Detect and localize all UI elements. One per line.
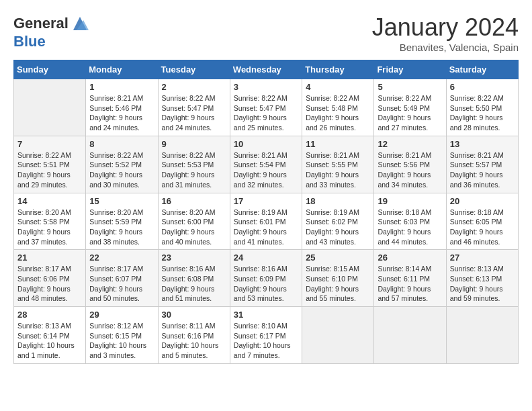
day-number: 28 <box>17 310 82 320</box>
cell-details: Sunrise: 8:16 AMSunset: 6:09 PMDaylight:… <box>234 264 298 304</box>
calendar-cell: 15Sunrise: 8:20 AMSunset: 5:59 PMDayligh… <box>86 193 158 250</box>
calendar-cell: 29Sunrise: 8:12 AMSunset: 6:15 PMDayligh… <box>86 307 158 364</box>
cell-details: Sunrise: 8:19 AMSunset: 6:02 PMDaylight:… <box>306 208 370 247</box>
day-number: 20 <box>450 196 515 206</box>
calendar-cell <box>374 307 446 364</box>
day-number: 23 <box>162 253 226 263</box>
day-number: 9 <box>162 139 226 149</box>
column-header-sunday: Sunday <box>14 60 86 79</box>
cell-details: Sunrise: 8:14 AMSunset: 6:11 PMDaylight:… <box>378 264 442 304</box>
cell-details: Sunrise: 8:10 AMSunset: 6:17 PMDaylight:… <box>234 321 298 361</box>
column-header-wednesday: Wednesday <box>230 60 302 79</box>
cell-details: Sunrise: 8:20 AMSunset: 5:58 PMDaylight:… <box>17 208 82 247</box>
day-number: 17 <box>234 196 298 206</box>
cell-details: Sunrise: 8:21 AMSunset: 5:46 PMDaylight:… <box>89 93 154 133</box>
cell-details: Sunrise: 8:16 AMSunset: 6:08 PMDaylight:… <box>162 264 226 304</box>
day-number: 8 <box>89 139 154 149</box>
cell-details: Sunrise: 8:18 AMSunset: 6:03 PMDaylight:… <box>378 208 442 247</box>
day-number: 26 <box>378 253 442 263</box>
calendar-cell: 26Sunrise: 8:14 AMSunset: 6:11 PMDayligh… <box>374 250 446 307</box>
calendar-cell: 25Sunrise: 8:15 AMSunset: 6:10 PMDayligh… <box>302 250 374 307</box>
page-header: General Blue January 2024 Benavites, Val… <box>13 13 519 53</box>
cell-details: Sunrise: 8:19 AMSunset: 6:01 PMDaylight:… <box>234 208 298 247</box>
calendar-week-row: 28Sunrise: 8:13 AMSunset: 6:14 PMDayligh… <box>14 307 519 364</box>
day-number: 27 <box>450 253 515 263</box>
day-number: 13 <box>450 139 515 149</box>
title-block: January 2024 Benavites, Valencia, Spain <box>372 13 519 53</box>
calendar-cell: 27Sunrise: 8:13 AMSunset: 6:13 PMDayligh… <box>446 250 518 307</box>
calendar-week-row: 7Sunrise: 8:22 AMSunset: 5:51 PMDaylight… <box>14 136 519 193</box>
day-number: 6 <box>450 82 515 92</box>
calendar-table: SundayMondayTuesdayWednesdayThursdayFrid… <box>13 60 519 364</box>
cell-details: Sunrise: 8:22 AMSunset: 5:47 PMDaylight:… <box>234 93 298 133</box>
column-header-friday: Friday <box>374 60 446 79</box>
day-number: 22 <box>89 253 154 263</box>
day-number: 10 <box>234 139 298 149</box>
cell-details: Sunrise: 8:21 AMSunset: 5:57 PMDaylight:… <box>450 150 515 190</box>
day-number: 5 <box>378 82 442 92</box>
cell-details: Sunrise: 8:21 AMSunset: 5:55 PMDaylight:… <box>306 150 370 190</box>
calendar-cell: 6Sunrise: 8:22 AMSunset: 5:50 PMDaylight… <box>446 79 518 136</box>
calendar-cell: 8Sunrise: 8:22 AMSunset: 5:52 PMDaylight… <box>86 136 158 193</box>
calendar-header-row: SundayMondayTuesdayWednesdayThursdayFrid… <box>14 60 519 79</box>
calendar-cell: 4Sunrise: 8:22 AMSunset: 5:48 PMDaylight… <box>302 79 374 136</box>
calendar-week-row: 21Sunrise: 8:17 AMSunset: 6:06 PMDayligh… <box>14 250 519 307</box>
column-header-tuesday: Tuesday <box>158 60 230 79</box>
cell-details: Sunrise: 8:20 AMSunset: 6:00 PMDaylight:… <box>162 208 226 247</box>
calendar-cell: 16Sunrise: 8:20 AMSunset: 6:00 PMDayligh… <box>158 193 230 250</box>
column-header-saturday: Saturday <box>446 60 518 79</box>
calendar-cell: 22Sunrise: 8:17 AMSunset: 6:07 PMDayligh… <box>86 250 158 307</box>
cell-details: Sunrise: 8:15 AMSunset: 6:10 PMDaylight:… <box>306 264 370 304</box>
cell-details: Sunrise: 8:13 AMSunset: 6:13 PMDaylight:… <box>450 264 515 304</box>
day-number: 18 <box>306 196 370 206</box>
logo-blue-text: Blue <box>13 33 46 50</box>
calendar-cell <box>14 79 86 136</box>
calendar-cell: 12Sunrise: 8:21 AMSunset: 5:56 PMDayligh… <box>374 136 446 193</box>
day-number: 19 <box>378 196 442 206</box>
cell-details: Sunrise: 8:22 AMSunset: 5:51 PMDaylight:… <box>17 150 82 190</box>
calendar-cell <box>302 307 374 364</box>
cell-details: Sunrise: 8:21 AMSunset: 5:56 PMDaylight:… <box>378 150 442 190</box>
cell-details: Sunrise: 8:22 AMSunset: 5:47 PMDaylight:… <box>162 93 226 133</box>
calendar-cell: 19Sunrise: 8:18 AMSunset: 6:03 PMDayligh… <box>374 193 446 250</box>
calendar-cell: 31Sunrise: 8:10 AMSunset: 6:17 PMDayligh… <box>230 307 302 364</box>
cell-details: Sunrise: 8:21 AMSunset: 5:54 PMDaylight:… <box>234 150 298 190</box>
day-number: 4 <box>306 82 370 92</box>
calendar-cell: 20Sunrise: 8:18 AMSunset: 6:05 PMDayligh… <box>446 193 518 250</box>
day-number: 12 <box>378 139 442 149</box>
day-number: 15 <box>89 196 154 206</box>
calendar-cell: 13Sunrise: 8:21 AMSunset: 5:57 PMDayligh… <box>446 136 518 193</box>
calendar-cell: 2Sunrise: 8:22 AMSunset: 5:47 PMDaylight… <box>158 79 230 136</box>
day-number: 16 <box>162 196 226 206</box>
day-number: 25 <box>306 253 370 263</box>
calendar-cell: 30Sunrise: 8:11 AMSunset: 6:16 PMDayligh… <box>158 307 230 364</box>
cell-details: Sunrise: 8:18 AMSunset: 6:05 PMDaylight:… <box>450 208 515 247</box>
cell-details: Sunrise: 8:22 AMSunset: 5:52 PMDaylight:… <box>89 150 154 190</box>
day-number: 3 <box>234 82 298 92</box>
cell-details: Sunrise: 8:22 AMSunset: 5:48 PMDaylight:… <box>306 93 370 133</box>
calendar-cell: 5Sunrise: 8:22 AMSunset: 5:49 PMDaylight… <box>374 79 446 136</box>
day-number: 2 <box>162 82 226 92</box>
cell-details: Sunrise: 8:22 AMSunset: 5:53 PMDaylight:… <box>162 150 226 190</box>
cell-details: Sunrise: 8:12 AMSunset: 6:15 PMDaylight:… <box>89 321 154 361</box>
column-header-monday: Monday <box>86 60 158 79</box>
day-number: 21 <box>17 253 82 263</box>
location-subtitle: Benavites, Valencia, Spain <box>372 42 519 53</box>
calendar-cell: 17Sunrise: 8:19 AMSunset: 6:01 PMDayligh… <box>230 193 302 250</box>
cell-details: Sunrise: 8:17 AMSunset: 6:07 PMDaylight:… <box>89 264 154 304</box>
column-header-thursday: Thursday <box>302 60 374 79</box>
calendar-cell: 9Sunrise: 8:22 AMSunset: 5:53 PMDaylight… <box>158 136 230 193</box>
calendar-week-row: 1Sunrise: 8:21 AMSunset: 5:46 PMDaylight… <box>14 79 519 136</box>
cell-details: Sunrise: 8:22 AMSunset: 5:49 PMDaylight:… <box>378 93 442 133</box>
day-number: 1 <box>89 82 154 92</box>
cell-details: Sunrise: 8:11 AMSunset: 6:16 PMDaylight:… <box>162 321 226 361</box>
calendar-cell: 11Sunrise: 8:21 AMSunset: 5:55 PMDayligh… <box>302 136 374 193</box>
calendar-cell: 28Sunrise: 8:13 AMSunset: 6:14 PMDayligh… <box>14 307 86 364</box>
calendar-cell: 24Sunrise: 8:16 AMSunset: 6:09 PMDayligh… <box>230 250 302 307</box>
cell-details: Sunrise: 8:20 AMSunset: 5:59 PMDaylight:… <box>89 208 154 247</box>
day-number: 29 <box>89 310 154 320</box>
calendar-cell: 7Sunrise: 8:22 AMSunset: 5:51 PMDaylight… <box>14 136 86 193</box>
calendar-cell: 21Sunrise: 8:17 AMSunset: 6:06 PMDayligh… <box>14 250 86 307</box>
calendar-week-row: 14Sunrise: 8:20 AMSunset: 5:58 PMDayligh… <box>14 193 519 250</box>
day-number: 31 <box>234 310 298 320</box>
